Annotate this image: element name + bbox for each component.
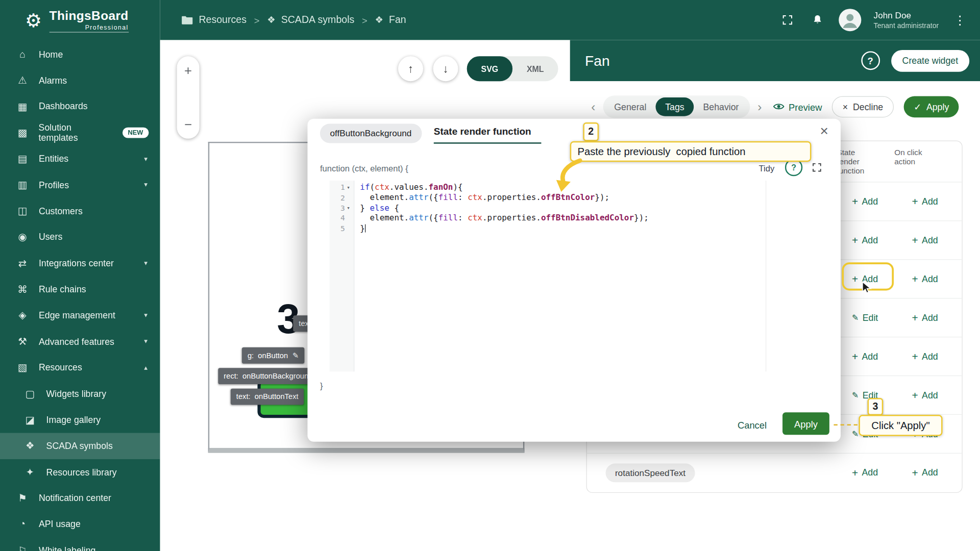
code-line[interactable]: } [354,223,829,234]
decline-button[interactable]: × Decline [832,96,894,118]
tidy-button[interactable]: Tidy [759,164,775,173]
tutorial-step-2-badge: 2 [583,122,599,141]
code-token: } [360,203,370,212]
sidebar-item-home[interactable]: ⌂Home [0,41,160,67]
user-avatar[interactable] [839,9,861,31]
sidebar-item-users[interactable]: ◉Users [0,224,160,250]
app-edition: Professional [50,24,129,33]
add-state-render-button[interactable]: +Add [852,196,878,207]
code-token: ({ [429,193,438,202]
fullscreen-icon[interactable] [778,11,796,29]
cancel-button[interactable]: Cancel [732,416,772,435]
help-icon[interactable]: ? [861,51,880,70]
sidebar-item-entities[interactable]: ▤Entities▾ [0,146,160,172]
sidebar-item-resources[interactable]: ▧Resources▴ [0,355,160,381]
sidebar-item-advanced-features[interactable]: ⚒Advanced features▾ [0,329,160,355]
fold-caret-icon[interactable]: ▾ [345,205,352,211]
apply-button[interactable]: ✓ Apply [904,96,959,118]
code-token: else [370,203,389,212]
code-token: element. [360,193,409,202]
sidebar-item-profiles[interactable]: ▥Profiles▾ [0,172,160,198]
fold-caret-icon[interactable]: ▾ [345,184,352,190]
code-token: : [458,193,468,202]
sidebar-item-notification-center[interactable]: ⚑Notification center [0,485,160,511]
add-state-render-button[interactable]: +Add [852,235,878,245]
upload-button[interactable]: ↑ [398,56,423,81]
zoom-in-button[interactable]: + [184,64,192,77]
sidebar-item-edge-management[interactable]: ◈Edge management▾ [0,303,160,329]
breadcrumb-resources[interactable]: Resources [181,14,247,26]
sidebar-item-api-usage[interactable]: ◔API usage [0,511,160,537]
add-click-action-button[interactable]: +Add [912,312,938,323]
code-area[interactable]: if(ctx.values.fanOn){ element.attr({fill… [354,181,829,372]
svg-tab[interactable]: SVG [467,56,512,81]
download-button[interactable]: ↓ [433,56,458,81]
sidebar-item-alarms[interactable]: ⚠Alarms [0,67,160,93]
add-click-action-button[interactable]: +Add [912,467,938,478]
tabs-scroll-left-icon[interactable]: ‹ [589,99,598,114]
chevron-down-icon: ▾ [144,259,148,267]
create-widget-button[interactable]: Create widget [891,49,970,71]
code-editor[interactable]: 1▾23▾45 if(ctx.values.fanOn){ element.at… [329,181,829,372]
code-token: .properties. [482,193,541,202]
symbol-header: Fan ? Create widget [570,40,980,81]
expand-editor-icon[interactable] [810,161,824,174]
add-state-render-button[interactable]: +Add [852,351,878,362]
sidebar-item-dashboards[interactable]: ▦Dashboards [0,93,160,119]
apply-button[interactable]: Apply [782,412,829,435]
plus-icon: + [912,273,918,284]
tag-chip-onbutton[interactable]: g: onButton✎ [242,347,304,364]
sidebar-item-scada-symbols[interactable]: ❖SCADA symbols [0,433,160,459]
sidebar-item-label: Image gallery [46,415,101,425]
code-token: ({ [429,213,438,222]
add-click-action-button[interactable]: +Add [912,351,938,362]
user-role: Tenant administrator [874,21,939,30]
more-menu-icon[interactable]: ⋮ [951,12,969,27]
tab-behavior[interactable]: Behavior [694,97,748,116]
tab-tags[interactable]: Tags [656,97,694,116]
zoom-out-button[interactable]: − [184,118,192,131]
code-line[interactable]: } else { [354,203,829,213]
sidebar-item-white-labeling[interactable]: ⚐White labeling [0,537,160,551]
resources-icon: ▧ [16,362,29,373]
breadcrumb-label: Resources [199,14,247,26]
sidebar-item-customers[interactable]: ◫Customers [0,198,160,224]
add-click-action-button[interactable]: +Add [912,273,938,284]
tabs-scroll-right-icon[interactable]: › [755,99,764,114]
notifications-bell-icon[interactable] [808,11,826,29]
edit-pencil-icon[interactable]: ✎ [292,351,299,360]
sidebar-item-resources-library[interactable]: ✦Resources library [0,459,160,485]
column-ruler [766,181,766,372]
breadcrumb-fan[interactable]: ❖ Fan [375,14,406,26]
add-click-action-button[interactable]: +Add [912,196,938,207]
column-header-state-render-function: State render function [837,148,872,176]
tag-chip-onbuttontext[interactable]: text: onButtonText [231,389,304,405]
dialog-tab-state-render-function[interactable]: State render function [434,126,531,137]
tag-name-chip[interactable]: rotationSpeedText [606,463,695,482]
sidebar-item-label: SCADA symbols [46,441,113,451]
add-click-action-button[interactable]: +Add [912,390,938,400]
table-row-rotationspeedtext: rotationSpeedText +Add +Add [587,453,962,492]
tag-chip-label: rect: onButtonBackground [224,372,312,381]
close-icon[interactable]: × [818,120,831,142]
add-state-render-button[interactable]: +Add [852,467,878,478]
sidebar-item-solution-templates[interactable]: ▩Solution templatesNEW [0,119,160,145]
image-gallery-icon: ◪ [24,414,36,425]
tab-general[interactable]: General [605,97,656,116]
tutorial-step-3-callout: Click "Apply" [859,415,942,436]
tag-chip-onbuttonbackground[interactable]: rect: onButtonBackground [218,368,318,384]
breadcrumb-scada-symbols[interactable]: ❖ SCADA symbols [267,14,354,26]
sidebar-item-rule-chains[interactable]: ⌘Rule chains [0,276,160,302]
xml-tab[interactable]: XML [512,56,558,81]
sidebar-item-widgets-library[interactable]: ▢Widgets library [0,381,160,407]
sidebar-item-label: Dashboards [39,102,88,112]
add-label: Add [922,235,938,245]
code-line[interactable]: element.attr({fill: ctx.properties.offBt… [354,213,829,223]
add-click-action-button[interactable]: +Add [912,235,938,245]
app-logo[interactable]: ⚙ ThingsBoard Professional [0,0,160,37]
sidebar-item-image-gallery[interactable]: ◪Image gallery [0,407,160,433]
code-token: }); [595,193,609,202]
preview-button[interactable]: Preview [773,102,822,112]
edit-state-render-button[interactable]: ✎Edit [852,313,878,323]
sidebar-item-integrations-center[interactable]: ⇄Integrations center▾ [0,250,160,276]
